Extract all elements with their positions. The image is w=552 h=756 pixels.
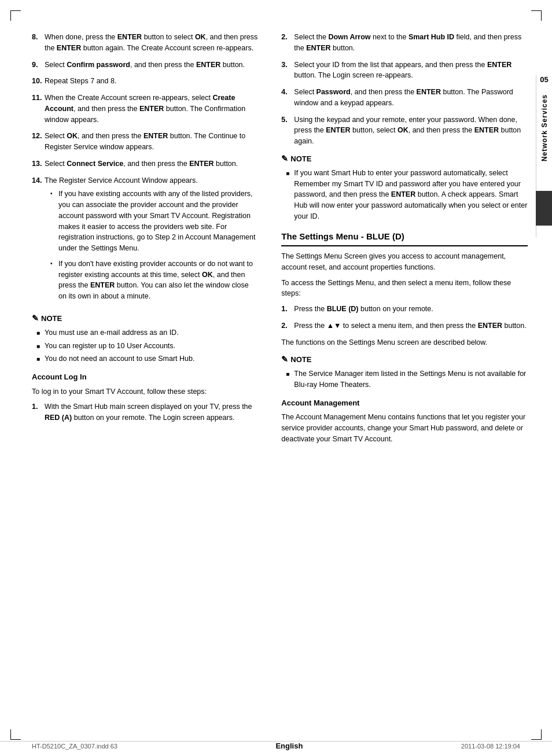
item-content: Select Password, and then press the ENTE…: [294, 87, 528, 109]
item-number: 14.: [32, 175, 45, 186]
item-number: 1.: [32, 401, 45, 412]
note-items: ■ The Service Manager item listed in the…: [286, 368, 528, 390]
item-content: Select OK, and then press the ENTER butt…: [45, 131, 258, 153]
subsection-heading-account-log-in: Account Log In: [32, 371, 258, 383]
note-item: ■ The Service Manager item listed in the…: [286, 368, 528, 390]
item-content: Select Connect Service, and then press t…: [45, 158, 258, 169]
item-number: 11.: [32, 93, 45, 104]
list-item: 12. Select OK, and then press the ENTER …: [32, 131, 258, 153]
note-bullet: ■: [36, 355, 45, 363]
side-tab-accent: [536, 191, 552, 226]
item-content: Select your ID from the list that appear…: [294, 60, 528, 82]
list-item: 2. Select the Down Arrow next to the Sma…: [281, 32, 528, 54]
item-number: 8.: [32, 32, 45, 43]
list-item: 13. Select Connect Service, and then pre…: [32, 158, 258, 169]
item-content: Press the BLUE (D) button on your remote…: [294, 304, 528, 315]
list-item: 1. Press the BLUE (D) button on your rem…: [281, 304, 528, 315]
note-item-text: If you want Smart Hub to enter your pass…: [294, 168, 528, 222]
section-intro: The Settings Menu Screen gives you acces…: [281, 251, 528, 273]
note-icon: ✎: [32, 312, 39, 324]
section-heading-settings: The Settings Menu - BLUE (D): [281, 230, 528, 247]
item-content: Select the Down Arrow next to the Smart …: [294, 32, 528, 54]
subsection-heading-account-mgmt: Account Management: [281, 397, 528, 409]
bullet-item: • If you don't have existing provider ac…: [50, 259, 258, 302]
bullet-mark: •: [50, 259, 58, 268]
note-item-text: The Service Manager item listed in the S…: [294, 368, 528, 390]
note-icon: ✎: [281, 153, 288, 165]
note-item: ■ You can register up to 10 User Account…: [36, 341, 258, 352]
note-item: ■ If you want Smart Hub to enter your pa…: [286, 168, 528, 222]
note-label: NOTE: [290, 153, 311, 165]
note-label: NOTE: [290, 354, 311, 366]
item-content: Repeat Steps 7 and 8.: [45, 76, 258, 87]
section-intro2: To access the Settings Menu, and then se…: [281, 278, 528, 300]
item-content: Select Confirm password, and then press …: [45, 60, 258, 71]
note-label: NOTE: [41, 313, 62, 324]
item-content: Using the keypad and your remote, enter …: [294, 115, 528, 147]
list-item: 14. The Register Service Account Window …: [32, 175, 258, 307]
item-number: 9.: [32, 60, 45, 71]
note-bullet: ■: [36, 329, 45, 337]
chapter-number: 05: [540, 75, 548, 84]
item-number: 2.: [281, 32, 294, 43]
item-content: The Register Service Account Window appe…: [45, 175, 258, 307]
item-number: 4.: [281, 87, 294, 98]
settings-outro: The functions on the Settings Menu scree…: [281, 337, 528, 348]
list-item: 8. When done, press the ENTER button to …: [32, 32, 258, 54]
list-item: 2. Press the ▲▼ to select a menu item, a…: [281, 320, 528, 331]
item-number: 13.: [32, 158, 45, 169]
corner-mark-br: [531, 729, 542, 740]
corner-mark-tr: [531, 10, 542, 21]
note-header: ✎ NOTE: [32, 312, 258, 324]
item-number: 2.: [281, 320, 294, 331]
item-content: When the Create Account screen re-appear…: [45, 93, 258, 125]
note-header: ✎ NOTE: [281, 353, 528, 366]
note-section-settings: ✎ NOTE ■ The Service Manager item listed…: [281, 353, 528, 390]
note-bullet: ■: [36, 342, 45, 351]
note-item-text: You do not need an account to use Smart …: [45, 353, 194, 364]
list-item: 5. Using the keypad and your remote, ent…: [281, 115, 528, 147]
list-item: 9. Select Confirm password, and then pre…: [32, 60, 258, 71]
note-item-text: You can register up to 10 User Accounts.: [45, 341, 175, 352]
list-item: 11. When the Create Account screen re-ap…: [32, 93, 258, 125]
note-item: ■ You do not need an account to use Smar…: [36, 353, 258, 364]
note-bullet: ■: [286, 169, 294, 178]
bullet-item: • If you have existing accounts with any…: [50, 189, 258, 254]
account-mgmt-text: The Account Management Menu contains fun…: [281, 412, 528, 444]
note-item-text: You must use an e-mail address as an ID.: [45, 327, 179, 338]
bullet-content: If you don't have existing provider acco…: [58, 259, 258, 302]
right-column: 2. Select the Down Arrow next to the Sma…: [270, 32, 528, 727]
item-content: Press the ▲▼ to select a menu item, and …: [294, 320, 528, 331]
page: 05 Network Services 8. When done, press …: [0, 0, 552, 756]
item-content: When done, press the ENTER button to sel…: [45, 32, 258, 54]
list-item: 10. Repeat Steps 7 and 8.: [32, 76, 258, 87]
note-items: ■ You must use an e-mail address as an I…: [36, 327, 258, 364]
note-section-right: ✎ NOTE ■ If you want Smart Hub to enter …: [281, 153, 528, 222]
account-log-in-intro: To log in to your Smart TV Account, foll…: [32, 386, 258, 397]
bullet-mark: •: [50, 189, 58, 198]
corner-mark-tl: [10, 10, 21, 21]
footer: HT-D5210C_ZA_0307.indd 63 English 2011-0…: [0, 741, 552, 750]
bullet-content: If you have existing accounts with any o…: [58, 189, 258, 254]
note-items: ■ If you want Smart Hub to enter your pa…: [286, 168, 528, 222]
main-content: 8. When done, press the ENTER button to …: [32, 32, 528, 727]
item-content: With the Smart Hub main screen displayed…: [45, 401, 258, 423]
corner-mark-bl: [10, 729, 21, 740]
list-item: 3. Select your ID from the list that app…: [281, 60, 528, 82]
list-item: 1. With the Smart Hub main screen displa…: [32, 401, 258, 423]
bullet-list: • If you have existing accounts with any…: [50, 189, 258, 302]
item-number: 3.: [281, 60, 294, 71]
note-item: ■ You must use an e-mail address as an I…: [36, 327, 258, 338]
note-icon: ✎: [281, 353, 288, 366]
note-section: ✎ NOTE ■ You must use an e-mail address …: [32, 312, 258, 364]
item-number: 5.: [281, 115, 294, 126]
item-number: 1.: [281, 304, 294, 315]
footer-right: 2011-03-08 12:19:04: [461, 743, 520, 750]
list-item: 4. Select Password, and then press the E…: [281, 87, 528, 109]
footer-left: HT-D5210C_ZA_0307.indd 63: [32, 743, 117, 750]
item-number: 10.: [32, 76, 45, 87]
note-header: ✎ NOTE: [281, 153, 528, 165]
chapter-label: Network Services: [540, 94, 549, 161]
footer-language: English: [275, 742, 303, 750]
item-number: 12.: [32, 131, 45, 142]
